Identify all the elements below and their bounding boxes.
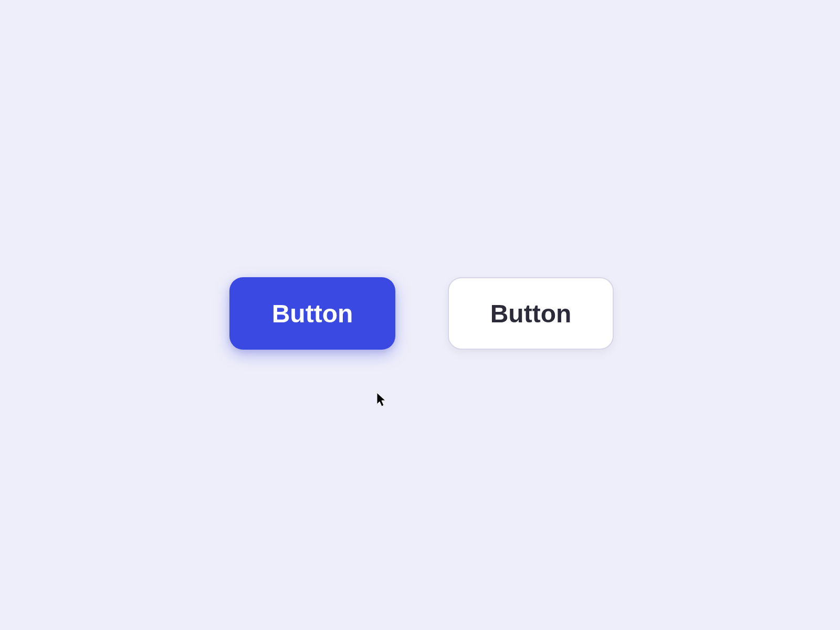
button-group: Button Button <box>229 277 614 350</box>
primary-button[interactable]: Button <box>229 277 395 350</box>
secondary-button-label: Button <box>490 299 572 328</box>
secondary-button[interactable]: Button <box>448 277 614 350</box>
primary-button-label: Button <box>272 299 353 328</box>
cursor-icon <box>377 393 388 411</box>
